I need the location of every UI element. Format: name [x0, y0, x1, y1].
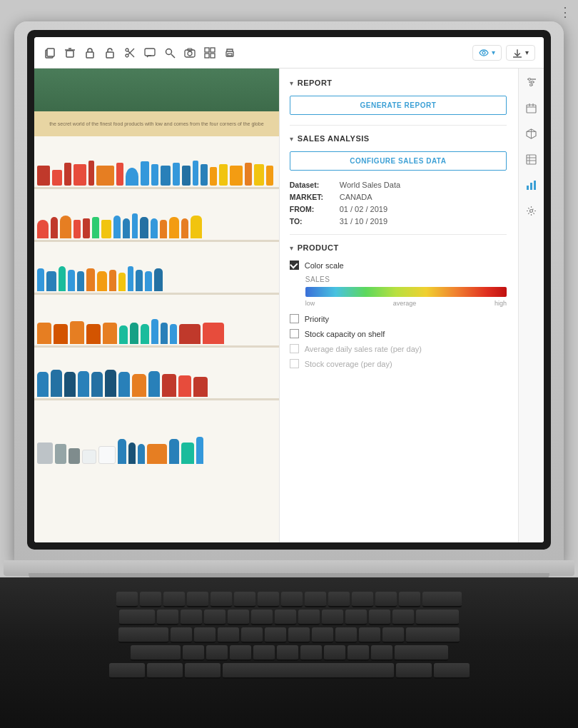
- lock-open-icon[interactable]: [103, 46, 117, 60]
- generate-report-button[interactable]: GENERATE REPORT: [290, 96, 507, 115]
- product: [210, 167, 217, 186]
- configure-sales-data-button[interactable]: CONFIGURE SALES DATA: [290, 151, 507, 171]
- copy-icon[interactable]: [43, 46, 57, 60]
- lock-closed-icon[interactable]: [83, 46, 97, 60]
- key: [382, 627, 404, 643]
- product: [160, 220, 167, 238]
- dataset-row: Dataset: World Sales Data: [290, 181, 507, 189]
- key: [277, 645, 298, 661]
- side-icon-chart[interactable]: [524, 177, 539, 193]
- color-scale-checkbox[interactable]: [290, 261, 299, 270]
- svg-point-12: [166, 49, 172, 54]
- sales-title: SALES ANALYSIS: [298, 134, 370, 143]
- return-key: [416, 610, 459, 625]
- download-button[interactable]: ▾: [506, 45, 535, 61]
- svg-rect-2: [66, 51, 73, 57]
- three-dots-menu[interactable]: ⋮: [559, 4, 572, 20]
- gradient-low: low: [305, 300, 315, 307]
- side-icon-box[interactable]: [524, 126, 539, 141]
- grid-icon[interactable]: [203, 46, 217, 60]
- toolbar-right: ▾ ▾: [472, 45, 535, 61]
- view-button[interactable]: ▾: [472, 45, 502, 61]
- scissors-icon[interactable]: [123, 46, 137, 60]
- product: [126, 168, 138, 186]
- dataset-label: Dataset:: [290, 181, 340, 189]
- gradient-average: average: [393, 300, 417, 307]
- comment-icon[interactable]: [143, 46, 157, 60]
- product-chevron: ▾: [290, 244, 293, 252]
- product: [170, 324, 177, 344]
- stock-capacity-row: Stock capacity on shelf: [290, 329, 507, 338]
- product: [37, 268, 44, 291]
- product: [70, 321, 84, 344]
- product: [109, 270, 116, 291]
- key: [298, 610, 320, 625]
- avg-sales-checkbox: [290, 344, 299, 353]
- key-row-1: [21, 592, 557, 607]
- avg-sales-row: Average daily sales rate (per day): [290, 344, 507, 353]
- search-icon[interactable]: [163, 46, 177, 60]
- side-icon-table[interactable]: [524, 151, 539, 167]
- product: [130, 323, 138, 344]
- fn-key: [109, 663, 145, 679]
- toolbar: ▾ ▾: [34, 37, 544, 69]
- svg-rect-22: [228, 54, 232, 56]
- report-section-header[interactable]: ▾ REPORT: [290, 79, 507, 87]
- product: [138, 444, 145, 464]
- product: [37, 166, 50, 186]
- svg-rect-42: [530, 183, 532, 190]
- divider-2: [290, 234, 507, 235]
- product: [105, 370, 116, 397]
- key: [348, 645, 369, 661]
- keyboard-area: [0, 577, 578, 728]
- product: [181, 443, 194, 464]
- key: [345, 610, 367, 625]
- key: [305, 592, 326, 607]
- sales-gradient-container: SALES low average high: [290, 275, 507, 307]
- key: [312, 627, 333, 643]
- side-icon-calendar[interactable]: [524, 100, 539, 116]
- product: [132, 374, 146, 397]
- product: [169, 217, 179, 238]
- key: [171, 627, 192, 643]
- product: [37, 372, 49, 397]
- priority-label: Priority: [305, 315, 329, 323]
- print-icon[interactable]: [223, 46, 237, 60]
- store-banner-text: the secret world of the finest food prod…: [49, 121, 263, 127]
- product: [151, 218, 158, 238]
- key: [265, 627, 286, 643]
- stock-capacity-checkbox[interactable]: [290, 329, 299, 338]
- key: [206, 645, 228, 661]
- product: [181, 218, 188, 238]
- product: [78, 371, 89, 397]
- svg-rect-37: [527, 155, 536, 164]
- priority-checkbox[interactable]: [290, 314, 299, 323]
- product: [128, 266, 133, 291]
- product: [179, 324, 201, 344]
- key: [335, 627, 357, 643]
- product-section-header[interactable]: ▾ PRODUCT: [290, 243, 507, 252]
- product: [203, 323, 224, 344]
- sales-analysis-section-header[interactable]: ▾ SALES ANALYSIS: [290, 134, 507, 143]
- camera-icon[interactable]: [183, 46, 197, 60]
- product: [103, 323, 117, 344]
- product: [96, 166, 114, 186]
- avg-sales-label: Average daily sales rate (per day): [305, 345, 422, 353]
- product: [141, 161, 149, 186]
- shelf-1: [34, 136, 279, 189]
- screen-content: ▾ ▾: [34, 37, 544, 542]
- store-top-decoration: [34, 69, 279, 111]
- svg-rect-17: [205, 48, 209, 52]
- market-row: MARKET: CANADA: [290, 193, 507, 201]
- svg-point-44: [530, 209, 533, 212]
- delete-key: [422, 592, 462, 607]
- side-icon-filter[interactable]: [524, 74, 539, 90]
- delete-icon[interactable]: [63, 46, 77, 60]
- key-row-5: [21, 663, 557, 679]
- toolbar-left: [43, 46, 237, 60]
- key: [324, 645, 345, 661]
- product: [69, 448, 80, 464]
- alt-right-key: [396, 663, 432, 679]
- side-icon-settings[interactable]: [524, 203, 539, 218]
- product: [201, 164, 208, 186]
